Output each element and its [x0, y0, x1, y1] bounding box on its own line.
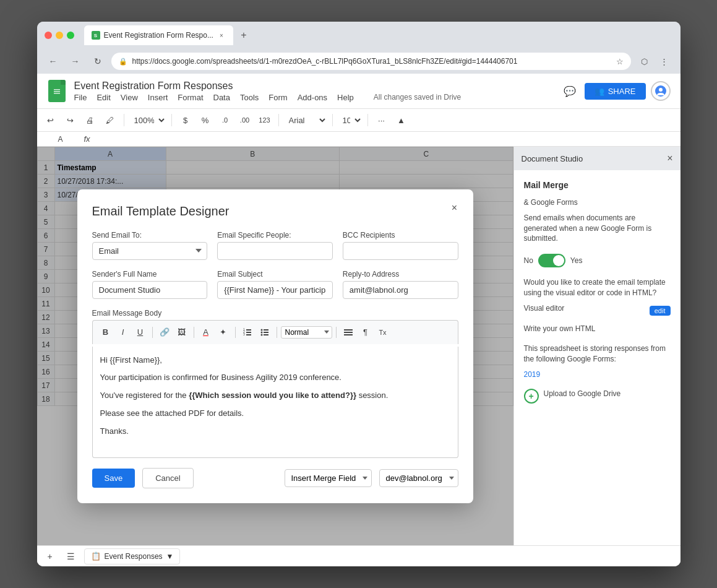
- toolbar-sep-1: [152, 327, 153, 338]
- bookmark-icon[interactable]: ☆: [616, 57, 624, 66]
- undo-button[interactable]: ↩: [42, 111, 59, 129]
- italic-button[interactable]: I: [115, 324, 131, 340]
- bcc-input[interactable]: [343, 242, 458, 260]
- subject-input[interactable]: [217, 281, 333, 299]
- menu-view[interactable]: View: [121, 93, 138, 102]
- menu-tools[interactable]: Tools: [240, 93, 259, 102]
- menu-edit[interactable]: Edit: [97, 93, 110, 102]
- cancel-button[interactable]: Cancel: [142, 468, 193, 488]
- browser-tab[interactable]: S Event Registration Form Respo... ×: [84, 25, 233, 45]
- reload-button[interactable]: ↻: [89, 53, 106, 70]
- email-template-modal: Email Template Designer × Send Email To:…: [77, 189, 473, 503]
- font-select[interactable]: Arial: [284, 114, 327, 127]
- upload-text: Upload to Google Drive: [544, 389, 621, 399]
- toolbar-separator-2: [171, 114, 172, 126]
- zoom-select[interactable]: 100%: [129, 114, 166, 127]
- upload-icon: +: [524, 389, 539, 404]
- sidebar-content: Mail Merge & Google Forms Send emails wh…: [514, 170, 681, 545]
- svg-rect-5: [246, 329, 251, 331]
- message-body-label: Email Message Body: [92, 309, 458, 318]
- form-link[interactable]: 2019: [524, 370, 541, 379]
- menu-form[interactable]: Form: [268, 93, 287, 102]
- toolbar-sep-3: [235, 327, 236, 338]
- sidebar-editor-text: Would you like to create the email templ…: [524, 277, 671, 298]
- align-button[interactable]: [340, 324, 356, 340]
- comment-button[interactable]: 💬: [560, 81, 580, 101]
- extensions-button[interactable]: ⬡: [636, 53, 653, 70]
- reply-to-input[interactable]: [343, 281, 458, 299]
- html-label: Write your own HTML: [524, 324, 671, 334]
- image-button[interactable]: 🖼: [174, 324, 190, 340]
- modal-close-button[interactable]: ×: [446, 199, 463, 217]
- clear-format-button[interactable]: Tx: [375, 324, 391, 340]
- indent-button[interactable]: ¶: [358, 324, 374, 340]
- sidebar-editor-section: Would you like to create the email templ…: [524, 277, 671, 334]
- sheets-menu: File Edit View Insert Format Data Tools …: [74, 93, 552, 102]
- save-button[interactable]: Save: [92, 469, 135, 488]
- google-account-icon[interactable]: [651, 81, 671, 101]
- sheet-list-button[interactable]: ☰: [63, 548, 79, 564]
- recipient-select[interactable]: dev@labnol.org: [379, 469, 458, 487]
- minimize-button[interactable]: [56, 32, 63, 39]
- font-size-select[interactable]: 10: [338, 114, 363, 127]
- ordered-list-button[interactable]: 123: [239, 324, 255, 340]
- email-body[interactable]: Hi {{First Name}}, Your participation is…: [92, 347, 458, 458]
- add-sheet-button[interactable]: +: [42, 548, 58, 564]
- forward-button[interactable]: →: [67, 53, 84, 70]
- maximize-button[interactable]: [67, 32, 74, 39]
- body-line-2: Your participation is confirmed for Busi…: [100, 371, 450, 384]
- sidebar-toggle-section: No Yes: [524, 254, 671, 267]
- more-formats-button[interactable]: ···: [373, 111, 390, 129]
- menu-insert[interactable]: Insert: [148, 93, 168, 102]
- body-line-1: Hi {{First Name}},: [100, 354, 450, 367]
- currency-button[interactable]: $: [177, 111, 194, 129]
- text-color-button[interactable]: A: [198, 324, 214, 340]
- bold-button[interactable]: B: [98, 324, 114, 340]
- address-bar[interactable]: 🔒 https://docs.google.com/spreadsheets/d…: [111, 53, 631, 70]
- message-body-group: Email Message Body B I U 🔗 🖼 A: [92, 309, 458, 458]
- menu-format[interactable]: Format: [178, 93, 203, 102]
- svg-rect-6: [246, 332, 251, 333]
- share-button[interactable]: 👥 SHARE: [585, 83, 646, 100]
- menu-file[interactable]: File: [74, 93, 87, 102]
- sheets-toolbar: ↩ ↪ 🖨 🖊 100% $ % .0 .00 123 Arial 10 ···: [37, 109, 681, 132]
- highlight-button[interactable]: ✦: [215, 324, 231, 340]
- formula-input[interactable]: [95, 134, 676, 144]
- link-button[interactable]: 🔗: [157, 324, 173, 340]
- decimal2-button[interactable]: .00: [236, 111, 254, 129]
- sheet-tab-event-responses[interactable]: 📋 Event Responses ▼: [84, 548, 181, 564]
- print-button[interactable]: 🖨: [82, 111, 99, 129]
- grid-container: A B C 1 Timestamp 2: [37, 147, 513, 545]
- tab-close-button[interactable]: ×: [217, 31, 226, 40]
- sender-name-group: Sender's Full Name: [92, 270, 208, 299]
- decimal1-button[interactable]: .0: [217, 111, 234, 129]
- redo-button[interactable]: ↪: [62, 111, 79, 129]
- subject-group: Email Subject: [217, 270, 333, 299]
- sidebar-title: Document Studio: [522, 154, 583, 163]
- toggle-switch[interactable]: [538, 254, 565, 267]
- percent-button[interactable]: %: [197, 111, 214, 129]
- specific-people-input[interactable]: [217, 242, 333, 260]
- send-to-label: Send Email To:: [92, 231, 208, 240]
- format-num-button[interactable]: 123: [256, 111, 273, 129]
- menu-help[interactable]: Help: [337, 93, 354, 102]
- close-button[interactable]: [45, 32, 52, 39]
- format-paint-button[interactable]: 🖊: [101, 111, 119, 129]
- edit-badge[interactable]: edit: [650, 306, 671, 316]
- menu-data[interactable]: Data: [213, 93, 230, 102]
- toggle-track: [538, 254, 565, 267]
- menu-addons[interactable]: Add-ons: [298, 93, 327, 102]
- sender-name-input[interactable]: [92, 281, 208, 299]
- collapse-toolbar-button[interactable]: ▲: [393, 111, 410, 129]
- format-select[interactable]: Normal Heading 1 Heading 2: [281, 326, 332, 339]
- menu-button[interactable]: ⋮: [656, 53, 673, 70]
- send-to-select[interactable]: Email: [92, 242, 208, 260]
- cell-reference[interactable]: A: [42, 135, 79, 144]
- underline-button[interactable]: U: [132, 324, 148, 340]
- sidebar-close-button[interactable]: ×: [667, 153, 672, 164]
- merge-field-select[interactable]: Insert Merge Field: [285, 469, 372, 487]
- new-tab-button[interactable]: +: [236, 27, 252, 43]
- unordered-list-button[interactable]: [257, 324, 273, 340]
- sheets-title-area: Event Registration Form Responses File E…: [74, 80, 552, 102]
- back-button[interactable]: ←: [45, 53, 62, 70]
